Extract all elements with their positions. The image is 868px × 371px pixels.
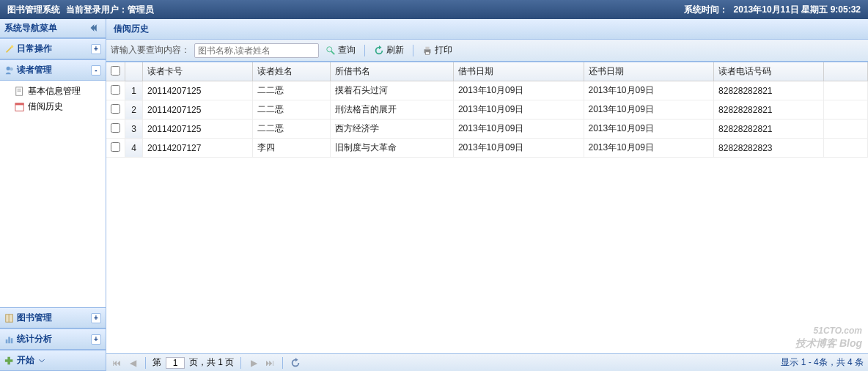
table-row[interactable]: 220114207125二二恶刑法格言的展开2013年10月09日2013年10… (106, 100, 868, 120)
row-checkbox[interactable] (111, 85, 120, 95)
cell-borrow: 2013年10月09日 (453, 139, 584, 158)
cell-return: 2013年10月09日 (584, 139, 714, 158)
cell-name: 二二恶 (252, 120, 330, 139)
chart-icon (4, 334, 15, 345)
separator (413, 45, 413, 56)
page-icon (15, 87, 25, 97)
row-checkbox[interactable] (111, 104, 120, 114)
cell-return: 2013年10月09日 (584, 100, 714, 120)
sidebar: 系统导航菜单 日常操作 + 读者管理 - 基本信息管理 (0, 19, 106, 371)
cell-borrow: 2013年10月09日 (453, 120, 584, 139)
printer-icon (422, 45, 433, 56)
calendar-icon (15, 102, 25, 112)
separator (364, 45, 365, 56)
systime-label: 系统时间： (684, 4, 728, 16)
sidebar-titlebar: 系统导航菜单 (0, 19, 106, 38)
page-suffix: 页，共 1 页 (189, 356, 234, 369)
row-index: 1 (125, 81, 143, 100)
book-icon (4, 313, 15, 323)
sidebar-title: 系统导航菜单 (4, 22, 57, 34)
collapse-icon[interactable]: - (91, 65, 101, 76)
search-button[interactable]: 查询 (320, 42, 361, 59)
prev-page-button[interactable]: ◀ (127, 357, 139, 369)
tree-item-borrow-history[interactable]: 借阅历史 (0, 99, 106, 114)
chevron-down-icon (37, 356, 47, 366)
search-icon (326, 45, 336, 56)
user-label: 当前登录用户：管理员 (66, 4, 154, 16)
select-all-checkbox[interactable] (111, 66, 120, 76)
cell-phone: 82828282823 (714, 139, 824, 158)
users-icon (4, 65, 15, 76)
svg-rect-12 (11, 338, 13, 343)
table-row[interactable]: 420114207127李四旧制度与大革命2013年10月09日2013年10月… (106, 139, 868, 158)
next-page-button[interactable]: ▶ (248, 357, 260, 369)
panel-start[interactable]: 开始 (0, 350, 106, 371)
first-page-button[interactable]: ⏮ (111, 357, 122, 369)
cell-book: 摸着石头过河 (330, 81, 453, 100)
expand-icon[interactable]: + (91, 334, 101, 345)
paging-refresh-button[interactable] (290, 357, 301, 369)
cell-name: 二二恶 (252, 81, 330, 100)
search-input[interactable] (194, 43, 319, 58)
row-index: 4 (125, 139, 143, 158)
page-input[interactable] (166, 357, 185, 369)
row-checkbox[interactable] (111, 123, 120, 133)
data-grid: 读者卡号 读者姓名 所借书名 借书日期 还书日期 读者电话号码 12011420… (106, 62, 868, 158)
col-phone[interactable]: 读者电话号码 (714, 62, 824, 81)
svg-line-14 (331, 51, 334, 54)
cell-name: 二二恶 (252, 100, 330, 120)
col-borrow[interactable]: 借书日期 (453, 62, 584, 81)
refresh-button[interactable]: 刷新 (369, 42, 409, 59)
svg-rect-7 (15, 103, 23, 105)
svg-point-1 (7, 66, 10, 70)
cell-name: 李四 (252, 139, 330, 158)
col-book[interactable]: 所借书名 (330, 62, 453, 81)
svg-point-0 (11, 45, 14, 48)
refresh-icon (374, 45, 384, 56)
last-page-button[interactable]: ⏭ (264, 357, 276, 369)
table-row[interactable]: 120114207125二二恶摸着石头过河2013年10月09日2013年10月… (106, 81, 868, 100)
content-panel: 借阅历史 请输入要查询内容： 查询 刷新 打印 (106, 19, 868, 371)
cell-book: 西方经济学 (330, 120, 453, 139)
col-card[interactable]: 读者卡号 (143, 62, 253, 81)
cell-card: 20114207125 (143, 100, 253, 120)
cell-card: 20114207125 (143, 120, 253, 139)
cell-card: 20114207125 (143, 81, 253, 100)
plugin-icon (4, 356, 15, 366)
app-title: 图书管理系统 (7, 4, 60, 16)
paging-info: 显示 1 - 4条，共 4 条 (781, 356, 864, 369)
cell-borrow: 2013年10月09日 (453, 100, 584, 120)
tree-item-basic-info[interactable]: 基本信息管理 (0, 84, 106, 99)
print-button[interactable]: 打印 (417, 42, 457, 59)
row-index: 2 (125, 100, 143, 120)
cell-book: 刑法格言的展开 (330, 100, 453, 120)
svg-point-2 (10, 67, 12, 70)
systime-value: 2013年10月11日 星期五 9:05:32 (734, 4, 861, 16)
expand-icon[interactable]: + (91, 44, 101, 54)
svg-rect-16 (425, 46, 429, 49)
cell-return: 2013年10月09日 (584, 81, 714, 100)
cell-book: 旧制度与大革命 (330, 139, 453, 158)
toolbar: 请输入要查询内容： 查询 刷新 打印 (106, 40, 868, 62)
row-checkbox[interactable] (111, 142, 120, 152)
collapse-sidebar-button[interactable] (90, 23, 101, 34)
cell-borrow: 2013年10月09日 (453, 81, 584, 100)
search-label: 请输入要查询内容： (111, 44, 190, 56)
col-return[interactable]: 还书日期 (584, 62, 714, 81)
expand-icon[interactable]: + (91, 313, 101, 323)
table-row[interactable]: 320114207125二二恶西方经济学2013年10月09日2013年10月0… (106, 120, 868, 139)
paging-toolbar: ⏮ ◀ 第 页，共 1 页 ▶ ⏭ 显示 1 - 4条，共 4 条 (106, 353, 868, 371)
svg-rect-10 (6, 339, 8, 343)
panel-daily-ops[interactable]: 日常操作 + (0, 38, 106, 59)
cell-return: 2013年10月09日 (584, 120, 714, 139)
panel-book-mgmt[interactable]: 图书管理 + (0, 307, 106, 328)
panel-stats[interactable]: 统计分析 + (0, 328, 106, 350)
panel-reader-mgmt[interactable]: 读者管理 - (0, 59, 106, 81)
cell-card: 20114207127 (143, 139, 253, 158)
row-index: 3 (125, 120, 143, 139)
cell-phone: 82828282821 (714, 81, 824, 100)
col-name[interactable]: 读者姓名 (252, 62, 330, 81)
page-prefix: 第 (152, 356, 161, 369)
svg-rect-11 (8, 337, 10, 343)
cell-phone: 82828282821 (714, 120, 824, 139)
